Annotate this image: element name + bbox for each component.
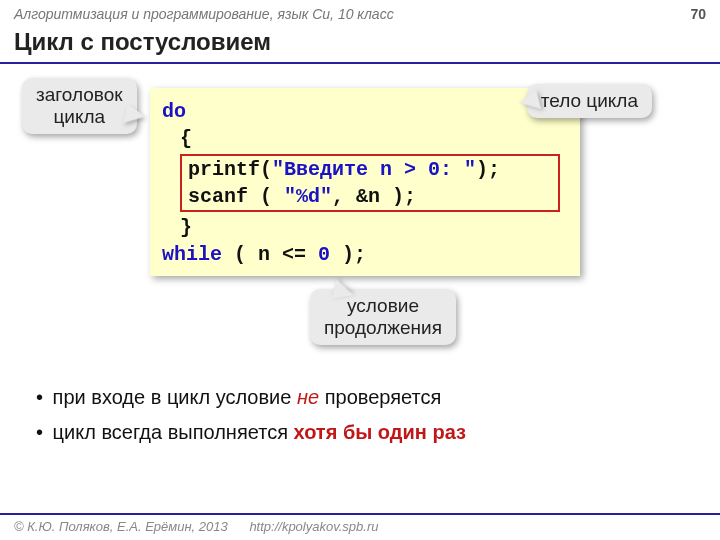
callout-condition: условие продолжения — [310, 289, 456, 345]
bullet-list: при входе в цикл условие не проверяется … — [36, 386, 466, 456]
bullet-2: цикл всегда выполняется хотя бы один раз — [36, 421, 466, 444]
callout-tail — [517, 90, 541, 114]
copyright: © К.Ю. Поляков, Е.А. Ерёмин, 2013 — [14, 519, 228, 534]
footer-url: http://kpolyakov.spb.ru — [249, 519, 378, 534]
cond-b: ); — [330, 243, 366, 266]
callout-header: заголовок цикла — [22, 78, 137, 134]
scanf-call-a: scanf ( — [188, 185, 284, 208]
b2-a: цикл всегда выполняется — [53, 421, 294, 443]
callout-header-l2: цикла — [53, 106, 105, 127]
callout-tail — [329, 277, 354, 299]
page-number: 70 — [690, 6, 706, 22]
cond-a: ( n <= — [222, 243, 318, 266]
brace-open: { — [162, 125, 568, 152]
course-label: Алгоритмизация и программирование, язык … — [14, 6, 394, 22]
page-title: Цикл с постусловием — [0, 24, 720, 64]
header: Алгоритмизация и программирование, язык … — [0, 0, 720, 24]
kw-do: do — [162, 100, 186, 123]
callout-condition-l1: условие — [347, 295, 419, 316]
kw-while: while — [162, 243, 222, 266]
content-stage: do { printf("Введите n > 0: "); scanf ( … — [0, 64, 720, 424]
scanf-call-b: , &n ); — [332, 185, 416, 208]
cond-zero: 0 — [318, 243, 330, 266]
bullet-1: при входе в цикл условие не проверяется — [36, 386, 466, 409]
b1-em: не — [297, 386, 319, 408]
printf-call-b: ); — [476, 158, 500, 181]
callout-body: тело цикла — [527, 84, 652, 118]
b1-b: проверяется — [319, 386, 441, 408]
callout-body-text: тело цикла — [541, 90, 638, 111]
b2-strong: хотя бы один раз — [294, 421, 466, 443]
code-block: do { printf("Введите n > 0: "); scanf ( … — [150, 88, 580, 276]
scanf-str: "%d" — [284, 185, 332, 208]
callout-header-l1: заголовок — [36, 84, 123, 105]
loop-body-box: printf("Введите n > 0: "); scanf ( "%d",… — [180, 154, 560, 212]
callout-condition-l2: продолжения — [324, 317, 442, 338]
b1-a: при входе в цикл условие — [53, 386, 297, 408]
brace-close: } — [162, 214, 568, 241]
callout-tail — [122, 103, 146, 127]
footer: © К.Ю. Поляков, Е.А. Ерёмин, 2013 http:/… — [0, 513, 720, 540]
printf-call-a: printf( — [188, 158, 272, 181]
printf-str: "Введите n > 0: " — [272, 158, 476, 181]
